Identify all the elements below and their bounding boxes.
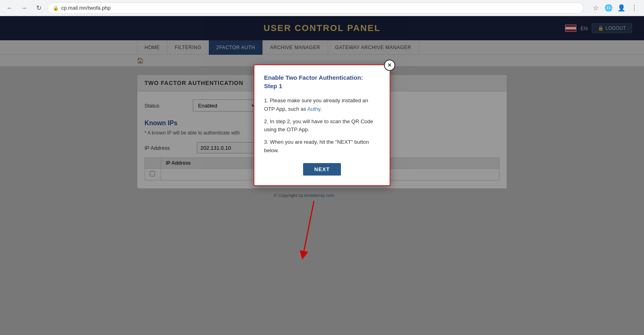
modal-step1: 1. Please make sure you already installe… [264,97,380,114]
lock-icon: 🔒 [53,5,59,11]
authy-link[interactable]: Authy [307,106,320,112]
menu-button[interactable]: ⋮ [629,2,640,14]
reload-button[interactable]: ↻ [33,2,44,14]
modal-close-button[interactable]: × [384,60,395,71]
profile-button[interactable]: 👤 [616,2,627,14]
modal-step2: 2. In step 2, you will have to scan the … [264,118,380,134]
modal-step3: 3. When you are ready, hit the "NEXT" bu… [264,138,380,155]
modal-footer: NEXT [264,163,380,176]
modal: × Enable Two Factor Authentication:Step … [254,64,390,186]
browser-actions: ☆ 🌐 👤 ⋮ [590,2,640,14]
translate-button[interactable]: 🌐 [603,2,614,14]
address-bar: 🔒 cp.mail.mn/twofa.php [47,2,584,14]
browser-chrome: ← → ↻ 🔒 cp.mail.mn/twofa.php ☆ 🌐 👤 ⋮ [0,0,644,16]
arrow-indicator [290,197,338,270]
modal-overlay: × Enable Two Factor Authentication:Step … [0,16,644,335]
bookmark-button[interactable]: ☆ [590,2,601,14]
url-text: cp.mail.mn/twofa.php [61,5,111,11]
forward-button[interactable]: → [19,2,30,14]
back-button[interactable]: ← [4,2,15,14]
svg-line-1 [303,201,314,255]
modal-title: Enable Two Factor Authentication:Step 1 [264,73,380,90]
next-button[interactable]: NEXT [303,163,341,176]
modal-body: 1. Please make sure you already installe… [264,97,380,155]
